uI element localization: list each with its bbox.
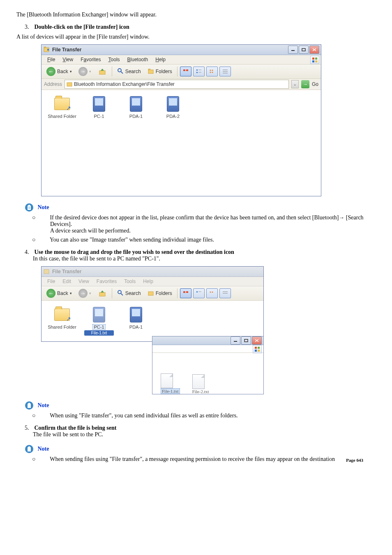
close-button[interactable] xyxy=(252,336,262,345)
svg-rect-4 xyxy=(315,58,317,60)
minimize-button[interactable] xyxy=(231,336,240,345)
up-button[interactable] xyxy=(95,66,109,77)
search-button[interactable]: Search xyxy=(115,66,143,77)
shared-folder-label: Shared Folder xyxy=(47,325,77,329)
forward-button[interactable]: → ▾ xyxy=(76,66,94,77)
svg-rect-5 xyxy=(312,60,314,62)
view-thumbs-button[interactable] xyxy=(219,67,231,76)
menu-tools[interactable]: Tools xyxy=(105,56,123,63)
menu-view[interactable]: View xyxy=(59,56,76,63)
folder-icon: ↗ xyxy=(54,96,70,112)
go-button[interactable]: → xyxy=(301,80,309,88)
svg-point-8 xyxy=(118,69,121,72)
folders-button[interactable]: Folders xyxy=(145,288,175,299)
view-details-button[interactable] xyxy=(206,288,218,298)
note-3-bullet-1: ○ When sending files using "File transfe… xyxy=(41,456,351,463)
svg-rect-24 xyxy=(67,83,72,86)
view-icons-button[interactable] xyxy=(180,288,191,298)
file-icon xyxy=(161,373,173,388)
pda-1-item[interactable]: PDA-1 xyxy=(121,306,151,329)
up-button[interactable] xyxy=(95,288,109,299)
folders-label: Folders xyxy=(156,290,172,296)
note-icon xyxy=(25,444,34,454)
pda-1-item[interactable]: PDA-1 xyxy=(121,96,151,119)
note-2-b1: When using "File transfer", you can send… xyxy=(50,412,238,419)
view-list-button[interactable] xyxy=(193,67,205,76)
pc-1-item[interactable]: PC-1 File-1.txt xyxy=(84,306,114,336)
back-label: Back xyxy=(57,290,68,296)
address-dropdown[interactable]: ⌄ xyxy=(291,80,299,88)
view-list-button[interactable] xyxy=(193,288,205,298)
throbber-icon xyxy=(310,56,319,64)
search-icon xyxy=(117,290,124,297)
back-button[interactable]: ← Back ▾ xyxy=(44,66,74,77)
back-dd[interactable]: ▾ xyxy=(70,69,72,74)
note-icon xyxy=(25,203,34,212)
pda-2-item[interactable]: PDA-2 xyxy=(158,96,188,119)
pda-1-label: PDA-1 xyxy=(121,114,151,119)
view-icons-button[interactable] xyxy=(180,67,191,76)
svg-rect-32 xyxy=(186,291,188,293)
menu-favorites[interactable]: Favorites xyxy=(77,56,104,63)
menu-help[interactable]: Help xyxy=(140,278,157,285)
toolbar: ← Back ▾ →▾ Search Folders xyxy=(42,286,263,301)
titlebar[interactable]: File Transfer xyxy=(42,267,263,277)
close-button[interactable] xyxy=(309,46,319,54)
note-2: Note xyxy=(25,401,376,410)
svg-point-28 xyxy=(118,290,121,294)
bullet-icon: ○ xyxy=(41,456,48,463)
fwd-dd[interactable]: ▾ xyxy=(89,69,91,74)
file-2-item[interactable]: File-2.txt xyxy=(192,374,209,394)
menu-bar: File Edit View Favorites Tools Help xyxy=(42,277,263,286)
menu-help[interactable]: Help xyxy=(152,56,169,63)
svg-rect-43 xyxy=(255,350,257,352)
menu-view[interactable]: View xyxy=(75,278,92,285)
source-files-window: File-1.txt File-2.txt xyxy=(152,336,264,394)
titlebar[interactable] xyxy=(152,336,263,345)
titlebar[interactable]: File Transfer xyxy=(42,45,321,55)
note-2-bullet-1: ○ When using "File transfer", you can se… xyxy=(41,412,376,419)
shared-folder-item[interactable]: ↗ Shared Folder xyxy=(47,306,77,329)
file-icon xyxy=(192,374,205,389)
svg-rect-6 xyxy=(315,60,317,62)
menu-tools[interactable]: Tools xyxy=(121,278,139,285)
address-value: Bluetooth Information Exchanger\File Tra… xyxy=(74,81,175,87)
address-box[interactable]: Bluetooth Information Exchanger\File Tra… xyxy=(65,80,289,89)
forward-button[interactable]: →▾ xyxy=(76,288,94,299)
maximize-button[interactable] xyxy=(299,46,309,54)
minimize-button[interactable] xyxy=(288,46,298,54)
search-button[interactable]: Search xyxy=(115,288,143,299)
back-button[interactable]: ← Back ▾ xyxy=(44,288,74,299)
shared-folder-item[interactable]: ↗ Shared Folder xyxy=(47,96,77,119)
menu-favorites[interactable]: Favorites xyxy=(93,278,120,285)
menu-file[interactable]: File xyxy=(44,278,58,285)
maximize-button[interactable] xyxy=(241,336,251,345)
view-thumbs-button[interactable] xyxy=(219,288,231,298)
menu-file[interactable]: File xyxy=(44,56,58,63)
file-1-item[interactable]: File-1.txt xyxy=(161,373,180,394)
view-details-button[interactable] xyxy=(206,67,218,76)
menu-edit[interactable]: Edit xyxy=(59,278,74,285)
step-4-num: 4. xyxy=(25,249,33,256)
go-label: Go xyxy=(312,81,318,87)
folders-button[interactable]: Folders xyxy=(145,66,175,77)
svg-point-36 xyxy=(212,292,213,293)
menu-bluetooth[interactable]: Bluetooth xyxy=(124,56,152,63)
intro-text: The [Bluetooth Information Exchanger] wi… xyxy=(16,12,376,18)
bullet-icon: ○ xyxy=(41,214,48,221)
shared-folder-label: Shared Folder xyxy=(47,114,77,119)
search-label: Search xyxy=(125,69,141,74)
toolbar: ← Back ▾ → ▾ Search Folders xyxy=(42,64,321,79)
svg-point-19 xyxy=(212,70,213,71)
step-5: 5. Confirm that the file is being sent T… xyxy=(25,425,376,438)
file-1-label: File-1.txt xyxy=(161,388,180,394)
step-5-desc: The file will be sent to the PC. xyxy=(33,431,103,438)
pc-1-item[interactable]: PC-1 xyxy=(84,96,114,119)
pda-2-label: PDA-2 xyxy=(158,114,188,119)
svg-rect-11 xyxy=(183,69,185,71)
svg-rect-40 xyxy=(244,339,248,342)
svg-rect-31 xyxy=(183,291,185,293)
svg-rect-42 xyxy=(258,347,260,349)
pda-icon xyxy=(165,96,181,112)
step-5-title: Confirm that the file is being sent xyxy=(35,425,117,431)
